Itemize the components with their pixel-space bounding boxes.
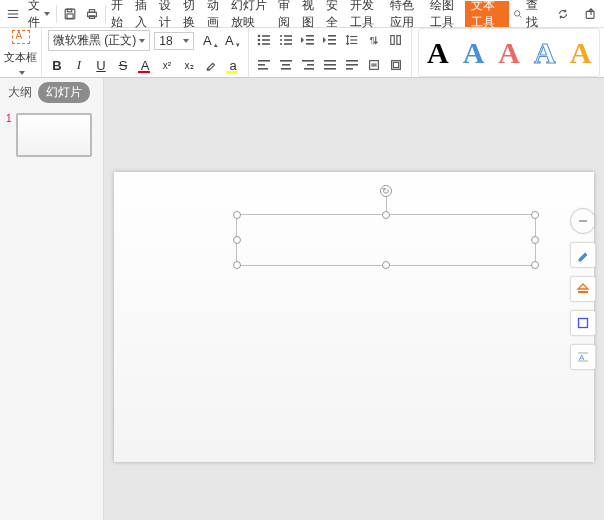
- bold-button[interactable]: B: [48, 56, 66, 74]
- clear-format-button[interactable]: [202, 56, 220, 74]
- ribbon: 文本框 微软雅黑 (正文) 18 B I U S A x² x₂: [0, 28, 604, 78]
- text-effects-button[interactable]: A: [570, 344, 596, 370]
- font-size-select[interactable]: 18: [154, 32, 194, 50]
- textbox-icon: [12, 30, 30, 44]
- align-center-button[interactable]: [277, 56, 295, 74]
- preset-style-1[interactable]: A: [427, 38, 449, 68]
- subscript-button[interactable]: x₂: [180, 56, 198, 74]
- bullet-list-button[interactable]: [255, 31, 273, 49]
- tab-view[interactable]: 视图: [298, 1, 322, 27]
- print-icon[interactable]: [81, 1, 103, 27]
- svg-rect-18: [262, 43, 270, 45]
- line-spacing-button[interactable]: [343, 31, 361, 49]
- align-justify-button[interactable]: [321, 56, 339, 74]
- format-paint-button[interactable]: [570, 242, 596, 268]
- text-direction-button[interactable]: ¶: [365, 31, 383, 49]
- main-area: 大纲 幻灯片 1: [0, 78, 604, 520]
- preset-style-4[interactable]: A: [534, 38, 556, 68]
- tab-developer[interactable]: 开发工具: [346, 1, 386, 27]
- svg-text:¶: ¶: [370, 35, 375, 45]
- font-section: 微软雅黑 (正文) 18 B I U S A x² x₂ a: [42, 28, 249, 77]
- svg-rect-38: [258, 64, 265, 66]
- resize-handle-br[interactable]: [531, 261, 539, 269]
- resize-handle-bc[interactable]: [382, 261, 390, 269]
- outline-tab[interactable]: 大纲: [8, 84, 32, 101]
- tab-drawing[interactable]: 绘图工具: [426, 1, 466, 27]
- font-grow-button[interactable]: [198, 32, 216, 50]
- shape-outline-button[interactable]: [570, 310, 596, 336]
- tab-insert[interactable]: 插入: [131, 1, 155, 27]
- underline-button[interactable]: U: [92, 56, 110, 74]
- preset-style-2[interactable]: A: [463, 38, 485, 68]
- preset-style-3[interactable]: A: [498, 38, 520, 68]
- tab-security[interactable]: 安全: [322, 1, 346, 27]
- resize-handle-ml[interactable]: [233, 236, 241, 244]
- slide[interactable]: [114, 172, 594, 462]
- svg-rect-42: [281, 68, 291, 70]
- slides-tab[interactable]: 幻灯片: [38, 82, 90, 103]
- resize-handle-tr[interactable]: [531, 211, 539, 219]
- tab-transition[interactable]: 切换: [179, 1, 203, 27]
- italic-button[interactable]: I: [70, 56, 88, 74]
- svg-rect-47: [324, 64, 336, 66]
- selected-textbox[interactable]: [236, 214, 536, 266]
- slide-canvas[interactable]: A: [104, 78, 604, 520]
- font-color-button[interactable]: A: [136, 56, 154, 74]
- svg-rect-28: [328, 35, 336, 37]
- tab-text-tools[interactable]: 文本工具: [465, 1, 509, 27]
- tab-slideshow[interactable]: 幻灯片放映: [227, 1, 275, 27]
- svg-rect-46: [324, 60, 336, 62]
- resize-handle-tc[interactable]: [382, 211, 390, 219]
- svg-rect-40: [280, 60, 292, 62]
- svg-rect-26: [306, 39, 314, 41]
- textbox-label: 文本框: [4, 50, 37, 65]
- align-left-button[interactable]: [255, 56, 273, 74]
- slide-thumbnail-row[interactable]: 1: [0, 107, 103, 163]
- textbox-tool[interactable]: 文本框: [0, 28, 42, 77]
- align-right-button[interactable]: [299, 56, 317, 74]
- save-icon[interactable]: [59, 1, 81, 27]
- tab-review[interactable]: 审阅: [274, 1, 298, 27]
- collapse-toolbar-button[interactable]: [570, 208, 596, 234]
- menu-toggle-icon[interactable]: [2, 1, 24, 27]
- svg-rect-27: [306, 43, 314, 45]
- svg-rect-22: [284, 39, 292, 41]
- resize-handle-mr[interactable]: [531, 236, 539, 244]
- slide-thumbnail[interactable]: [16, 113, 92, 157]
- svg-rect-50: [346, 64, 358, 66]
- align-distribute-button[interactable]: [343, 56, 361, 74]
- font-name-select[interactable]: 微软雅黑 (正文): [48, 30, 150, 51]
- superscript-button[interactable]: x²: [158, 56, 176, 74]
- file-menu-label: 文件: [28, 0, 41, 31]
- svg-rect-16: [262, 39, 270, 41]
- text-margin-button[interactable]: [387, 56, 405, 74]
- shape-fill-button[interactable]: [570, 276, 596, 302]
- font-shrink-button[interactable]: [220, 32, 238, 50]
- vertical-align-button[interactable]: [365, 56, 383, 74]
- tab-feature[interactable]: 特色应用: [386, 1, 426, 27]
- tab-start[interactable]: 开始: [107, 1, 131, 27]
- svg-rect-56: [393, 62, 398, 67]
- sync-icon[interactable]: [552, 1, 574, 27]
- tab-design[interactable]: 设计: [155, 1, 179, 27]
- number-list-button[interactable]: [277, 31, 295, 49]
- file-menu[interactable]: 文件: [24, 1, 54, 27]
- preset-style-5[interactable]: A: [570, 38, 592, 68]
- rotation-handle[interactable]: [380, 185, 392, 197]
- resize-handle-tl[interactable]: [233, 211, 241, 219]
- strikethrough-button[interactable]: S: [114, 56, 132, 74]
- svg-rect-48: [324, 68, 336, 70]
- svg-rect-14: [262, 35, 270, 37]
- columns-button[interactable]: [387, 31, 405, 49]
- indent-increase-button[interactable]: [321, 31, 339, 49]
- slide-panel: 大纲 幻灯片 1: [0, 78, 104, 520]
- tab-animation[interactable]: 动画: [203, 1, 227, 27]
- search-button[interactable]: 查找: [509, 1, 546, 27]
- resize-handle-bl[interactable]: [233, 261, 241, 269]
- svg-rect-51: [346, 68, 353, 70]
- svg-rect-35: [391, 36, 395, 45]
- svg-point-9: [515, 10, 520, 15]
- share-icon[interactable]: [580, 1, 602, 27]
- highlight-button[interactable]: a: [224, 56, 242, 74]
- indent-decrease-button[interactable]: [299, 31, 317, 49]
